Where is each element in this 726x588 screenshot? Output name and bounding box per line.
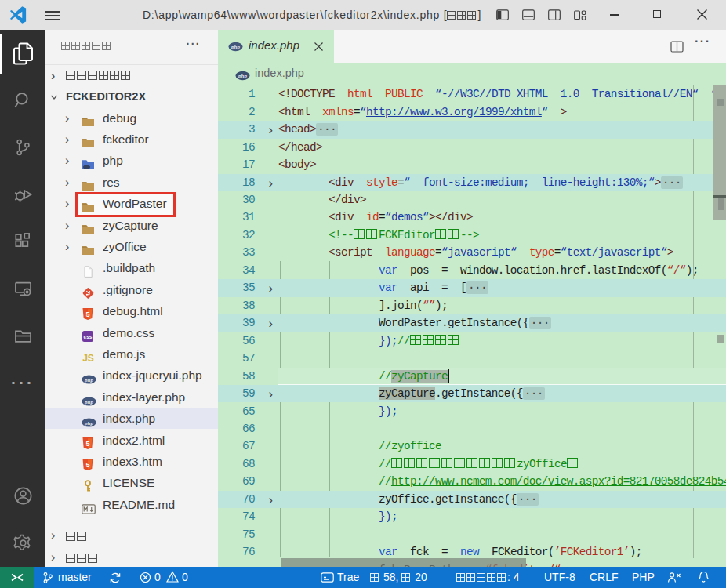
svg-text:JS: JS bbox=[82, 353, 94, 364]
svg-text:5: 5 bbox=[85, 310, 89, 318]
svg-text:5: 5 bbox=[85, 439, 89, 447]
svg-text:php: php bbox=[84, 398, 93, 405]
svg-text:php: php bbox=[84, 420, 93, 426]
svg-text:5: 5 bbox=[85, 461, 89, 469]
svg-text:php: php bbox=[84, 377, 93, 383]
svg-text:css: css bbox=[84, 334, 93, 339]
